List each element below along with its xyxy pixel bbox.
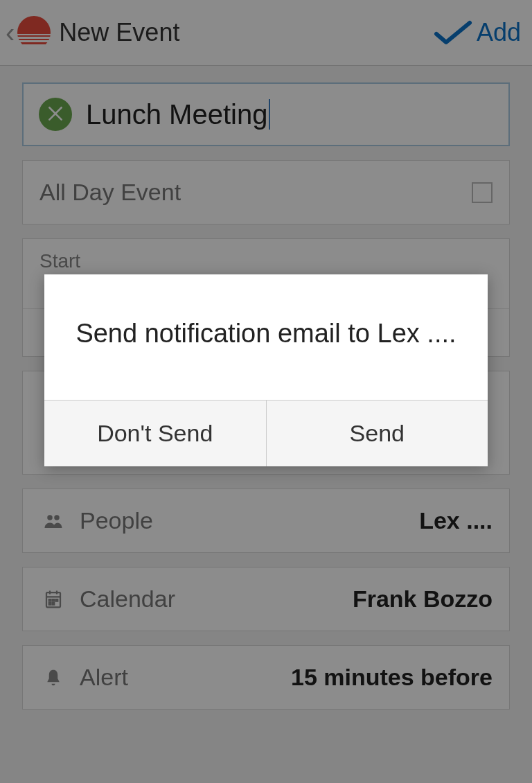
notification-dialog: Send notification email to Lex .... Don'… bbox=[44, 274, 488, 466]
dialog-message: Send notification email to Lex .... bbox=[72, 316, 460, 351]
dont-send-button[interactable]: Don't Send bbox=[44, 401, 266, 466]
dialog-button-row: Don't Send Send bbox=[44, 400, 488, 466]
send-button[interactable]: Send bbox=[266, 401, 488, 466]
dialog-body: Send notification email to Lex .... bbox=[44, 274, 488, 400]
